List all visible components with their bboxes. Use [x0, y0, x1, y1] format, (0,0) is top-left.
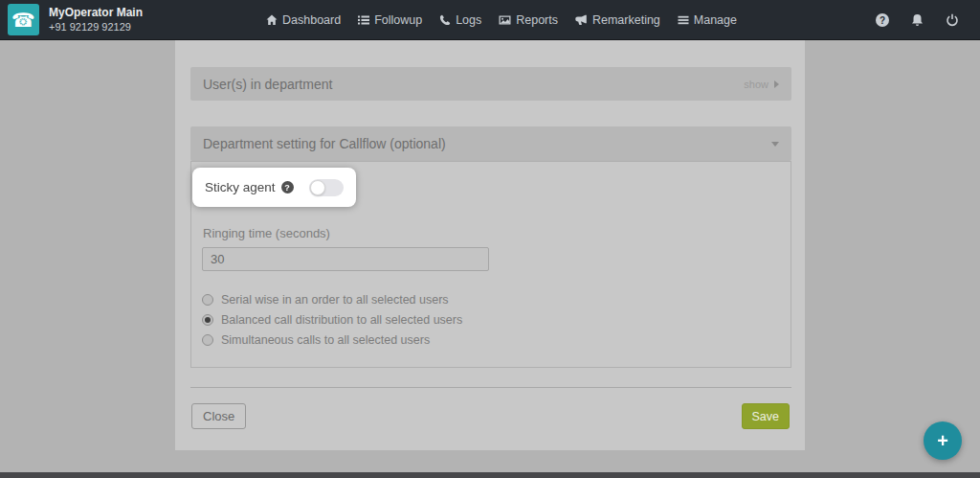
ringing-time-input[interactable]	[202, 247, 489, 271]
power-icon[interactable]	[946, 13, 959, 27]
nav-label: Reports	[516, 13, 558, 27]
brand[interactable]: ☎ MyOperator Main +91 92129 92129	[8, 4, 143, 35]
nav-label: Followup	[374, 13, 422, 27]
sticky-agent-toggle[interactable]	[309, 179, 344, 196]
nav-item-logs[interactable]: Logs	[439, 13, 481, 27]
top-navbar: ☎ MyOperator Main +91 92129 92129 Dashbo…	[0, 0, 980, 40]
department-section-title: Department setting for Callflow (optiona…	[203, 136, 446, 151]
phone-handset-icon	[439, 14, 451, 26]
plus-icon: +	[937, 430, 948, 452]
ringing-time-label: Ringing time (seconds)	[203, 226, 330, 240]
caret-down-icon	[771, 142, 779, 147]
nav-label: Remarketing	[592, 13, 660, 27]
radio-label: Balanced call distribution to all select…	[221, 313, 462, 327]
help-icon[interactable]: ?	[876, 13, 889, 27]
sticky-agent-help-icon[interactable]: ?	[281, 181, 294, 193]
users-in-department-header[interactable]: User(s) in department show	[190, 67, 791, 101]
dimmed-background-layer: ☎ MyOperator Main +91 92129 92129 Dashbo…	[0, 0, 980, 478]
bottom-dark-strip	[0, 472, 980, 478]
caret-right-icon	[774, 80, 779, 88]
nav-label: Dashboard	[282, 13, 341, 27]
nav-label: Logs	[456, 13, 481, 27]
nav-right-icons: ?	[876, 0, 959, 40]
nav-label: Manage	[694, 13, 737, 27]
myoperator-logo-phone-icon: ☎	[8, 4, 39, 35]
page: ☎ MyOperator Main +91 92129 92129 Dashbo…	[0, 0, 980, 478]
radio-icon	[202, 334, 213, 346]
bell-icon[interactable]	[911, 13, 924, 27]
list-icon	[358, 14, 369, 26]
show-users-link[interactable]: show	[744, 79, 779, 90]
nav-item-followup[interactable]: Followup	[358, 13, 422, 27]
nav-menu: Dashboard Followup Logs	[266, 0, 737, 40]
account-phone-number: +91 92129 92129	[49, 20, 143, 34]
sticky-agent-spotlight: Sticky agent ?	[192, 168, 356, 207]
brand-text: MyOperator Main +91 92129 92129	[49, 6, 143, 34]
radio-simultaneous-calls[interactable]: Simultaneous calls to all selected users	[202, 333, 462, 347]
call-distribution-options: Serial wise in an order to all selected …	[202, 293, 462, 347]
bars-icon	[678, 14, 689, 26]
save-button[interactable]: Save	[742, 403, 791, 429]
radio-icon	[202, 294, 213, 306]
department-setting-header[interactable]: Department setting for Callflow (optiona…	[190, 126, 791, 161]
account-name: MyOperator Main	[49, 6, 143, 20]
close-button[interactable]: Close	[191, 403, 246, 429]
show-label: show	[744, 79, 768, 90]
nav-item-manage[interactable]: Manage	[678, 13, 737, 27]
radio-balanced-distribution[interactable]: Balanced call distribution to all select…	[202, 313, 462, 327]
nav-item-reports[interactable]: Reports	[499, 13, 558, 27]
radio-label: Serial wise in an order to all selected …	[221, 293, 449, 307]
sticky-agent-label: Sticky agent	[205, 180, 276, 194]
add-fab-button[interactable]: +	[924, 421, 962, 460]
radio-serial-wise[interactable]: Serial wise in an order to all selected …	[202, 293, 462, 307]
toggle-knob	[310, 180, 325, 195]
megaphone-icon	[575, 14, 588, 26]
nav-item-remarketing[interactable]: Remarketing	[575, 13, 660, 27]
users-section-title: User(s) in department	[203, 77, 332, 92]
radio-label: Simultaneous calls to all selected users	[221, 333, 430, 347]
home-icon	[266, 14, 278, 26]
nav-item-dashboard[interactable]: Dashboard	[266, 13, 341, 27]
footer-divider	[190, 387, 791, 388]
reports-image-icon	[499, 14, 511, 26]
radio-icon-selected	[202, 314, 213, 326]
department-form-panel: User(s) in department show Department se…	[175, 40, 805, 450]
